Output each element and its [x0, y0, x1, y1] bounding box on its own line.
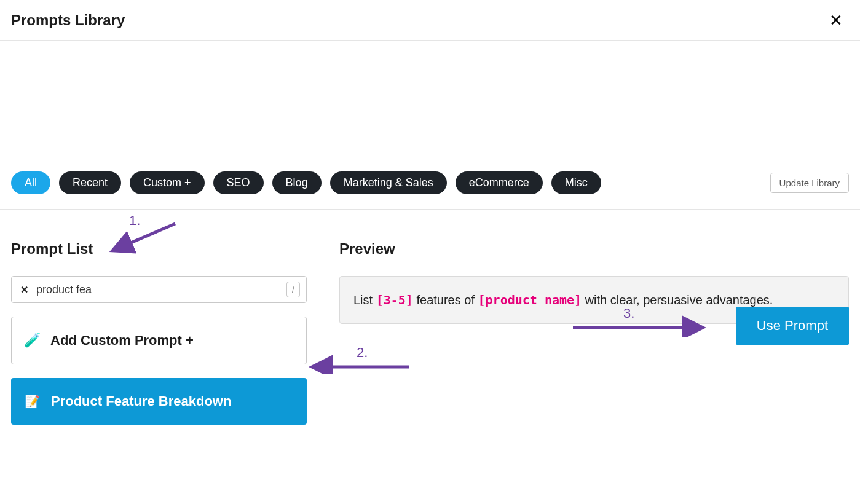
filter-all[interactable]: All: [11, 171, 50, 194]
filter-misc[interactable]: Misc: [551, 171, 601, 194]
prompt-list-panel: Prompt List ✕ / 🧪 Add Custom Prompt + 📝 …: [0, 210, 322, 504]
use-prompt-button[interactable]: Use Prompt: [736, 307, 849, 345]
add-custom-prompt-button[interactable]: 🧪 Add Custom Prompt +: [11, 317, 307, 364]
prompt-item-label: Product Feature Breakdown: [51, 393, 231, 409]
filter-custom[interactable]: Custom +: [130, 171, 205, 194]
preview-text-suffix: with clear, persuasive advantages.: [582, 293, 773, 307]
filter-row: All Recent Custom + SEO Blog Marketing &…: [0, 170, 860, 195]
filter-blog[interactable]: Blog: [272, 171, 322, 194]
search-input[interactable]: [30, 283, 286, 296]
search-shortcut-hint: /: [286, 282, 300, 297]
close-icon[interactable]: ✕: [826, 9, 846, 32]
filter-recent[interactable]: Recent: [59, 171, 121, 194]
prompt-list-title: Prompt List: [11, 240, 307, 258]
memo-icon: 📝: [25, 394, 40, 409]
test-tube-icon: 🧪: [24, 333, 41, 348]
main-area: Prompt List ✕ / 🧪 Add Custom Prompt + 📝 …: [0, 210, 860, 504]
preview-text-mid: features of: [413, 293, 478, 307]
annotation-1-number: 1.: [129, 213, 140, 229]
prompt-item-product-feature-breakdown[interactable]: 📝 Product Feature Breakdown: [11, 378, 307, 425]
filter-seo[interactable]: SEO: [213, 171, 264, 194]
preview-token-count: [3-5]: [376, 293, 413, 307]
clear-search-icon[interactable]: ✕: [18, 284, 30, 296]
search-field-wrapper[interactable]: ✕ /: [11, 276, 307, 303]
add-custom-prompt-label: Add Custom Prompt +: [50, 333, 194, 348]
preview-title: Preview: [339, 240, 849, 258]
preview-text-prefix: List: [353, 293, 376, 307]
header-bar: Prompts Library ✕: [0, 0, 860, 41]
update-library-button[interactable]: Update Library: [770, 173, 849, 193]
preview-panel: Preview List [3-5] features of [product …: [322, 210, 860, 504]
filter-ecommerce[interactable]: eCommerce: [456, 171, 543, 194]
preview-token-product-name: [product name]: [478, 293, 582, 307]
page-title: Prompts Library: [11, 12, 125, 29]
filter-marketing-sales[interactable]: Marketing & Sales: [330, 171, 447, 194]
